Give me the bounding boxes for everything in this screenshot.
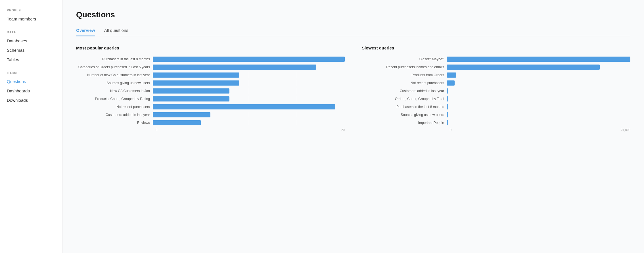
bar-label: Number of new CA customers in last year xyxy=(76,73,153,77)
bar-fill xyxy=(447,57,630,62)
bar-track xyxy=(153,72,345,78)
bar-track xyxy=(153,80,345,86)
bar-row: Products, Count, Grouped by Rating xyxy=(76,96,345,102)
sidebar-section-label: ITEMS xyxy=(0,71,62,74)
bar-row: Purchasers in the last 8 months xyxy=(362,104,630,110)
bar-row: Not recent purchasers xyxy=(76,104,345,110)
bar-label: Orders, Count, Grouped by Total xyxy=(362,97,447,101)
bar-fill xyxy=(447,72,456,78)
bar-fill xyxy=(153,120,201,125)
bar-track xyxy=(153,112,345,117)
bar-track xyxy=(447,104,630,109)
tab-bar: Overview All questions xyxy=(76,25,630,36)
bar-row: Sources giving us new users xyxy=(76,80,345,86)
popular-axis-max: 20 xyxy=(250,128,345,132)
bar-label: New CA Customers in Jan xyxy=(76,89,153,93)
slowest-axis-max: 24,000 xyxy=(540,128,630,132)
slowest-axis-min: 0 xyxy=(450,128,540,132)
bar-row: Sources giving us new users xyxy=(362,112,630,118)
bar-fill xyxy=(447,88,448,94)
bar-fill xyxy=(153,96,229,101)
bar-fill xyxy=(447,120,448,125)
bar-row: Categories of Orders purchased in Last 5… xyxy=(76,64,345,70)
bar-label: Closer? Maybe? xyxy=(362,57,447,61)
bar-track xyxy=(153,120,345,125)
bar-track xyxy=(153,96,345,101)
bar-label: Categories of Orders purchased in Last 5… xyxy=(76,65,153,69)
bar-label: Products, Count, Grouped by Rating xyxy=(76,97,153,101)
bar-track xyxy=(447,120,630,125)
bar-row: Important People xyxy=(362,120,630,126)
tab-all-questions[interactable]: All questions xyxy=(104,25,128,36)
bar-track xyxy=(447,112,630,117)
popular-chart-title: Most popular queries xyxy=(76,45,345,50)
bar-fill xyxy=(447,65,600,70)
bar-label: Customers added in last year xyxy=(362,89,447,93)
slowest-bar-chart: Closer? Maybe?Recent purchasers' names a… xyxy=(362,56,630,126)
bar-track xyxy=(447,57,630,62)
sidebar-item-dashboards[interactable]: Dashboards xyxy=(0,86,62,96)
bar-fill xyxy=(153,72,239,78)
bar-label: Not recent purchasers xyxy=(76,105,153,109)
sidebar: PEOPLETeam membersDATADatabasesSchemasTa… xyxy=(0,0,62,253)
bar-fill xyxy=(153,112,210,117)
popular-axis: 0 20 xyxy=(76,128,345,132)
bar-row: Closer? Maybe? xyxy=(362,56,630,62)
bar-track xyxy=(447,88,630,94)
sidebar-item-tables[interactable]: Tables xyxy=(0,55,62,64)
bar-row: Reviews xyxy=(76,120,345,126)
popular-queries-chart: Most popular queries Purchasers in the l… xyxy=(76,45,345,132)
bar-fill xyxy=(153,88,229,94)
bar-row: Customers added in last year xyxy=(76,112,345,118)
bar-track xyxy=(153,65,345,70)
bar-label: Not recent purchasers xyxy=(362,81,447,85)
slowest-axis: 0 24,000 xyxy=(362,128,630,132)
bar-fill xyxy=(153,80,239,86)
bar-row: Number of new CA customers in last year xyxy=(76,72,345,78)
bar-label: Sources giving us new users xyxy=(362,113,447,117)
bar-label: Products from Orders xyxy=(362,73,447,77)
bar-track xyxy=(153,57,345,62)
bar-track xyxy=(447,72,630,78)
bar-label: Purchasers in the last 8 months xyxy=(362,105,447,109)
main-content: Questions Overview All questions Most po… xyxy=(62,0,644,253)
bar-track xyxy=(153,104,345,109)
popular-bar-chart: Purchasers in the last 8 monthsCategorie… xyxy=(76,56,345,126)
slowest-queries-chart: Slowest queries Closer? Maybe?Recent pur… xyxy=(362,45,630,132)
popular-axis-min: 0 xyxy=(156,128,250,132)
bar-row: Customers added in last year xyxy=(362,88,630,94)
bar-fill xyxy=(153,57,345,62)
bar-label: Customers added in last year xyxy=(76,113,153,117)
bar-row: New CA Customers in Jan xyxy=(76,88,345,94)
slowest-chart-title: Slowest queries xyxy=(362,45,630,50)
bar-fill xyxy=(447,104,448,109)
bar-fill xyxy=(447,112,448,117)
bar-label: Purchasers in the last 8 months xyxy=(76,57,153,61)
sidebar-section-label: DATA xyxy=(0,30,62,34)
bar-track xyxy=(447,65,630,70)
sidebar-item-downloads[interactable]: Downloads xyxy=(0,96,62,105)
sidebar-section-label: PEOPLE xyxy=(0,9,62,12)
page-title: Questions xyxy=(76,10,630,19)
bar-track xyxy=(447,96,630,101)
tab-overview[interactable]: Overview xyxy=(76,25,95,36)
bar-row: Orders, Count, Grouped by Total xyxy=(362,96,630,102)
charts-container: Most popular queries Purchasers in the l… xyxy=(76,45,630,132)
bar-fill xyxy=(447,96,448,101)
bar-label: Sources giving us new users xyxy=(76,81,153,85)
sidebar-item-schemas[interactable]: Schemas xyxy=(0,45,62,55)
bar-row: Purchasers in the last 8 months xyxy=(76,56,345,62)
sidebar-item-questions[interactable]: Questions xyxy=(0,77,62,86)
bar-track xyxy=(153,88,345,94)
bar-label: Recent purchasers' names and emails xyxy=(362,65,447,69)
bar-fill xyxy=(153,65,316,70)
bar-row: Not recent purchasers xyxy=(362,80,630,86)
sidebar-item-databases[interactable]: Databases xyxy=(0,36,62,45)
bar-fill xyxy=(153,104,335,109)
bar-row: Recent purchasers' names and emails xyxy=(362,64,630,70)
bar-fill xyxy=(447,80,455,86)
bar-label: Reviews xyxy=(76,121,153,125)
sidebar-item-team-members[interactable]: Team members xyxy=(0,14,62,24)
bar-row: Products from Orders xyxy=(362,72,630,78)
bar-label: Important People xyxy=(362,121,447,125)
